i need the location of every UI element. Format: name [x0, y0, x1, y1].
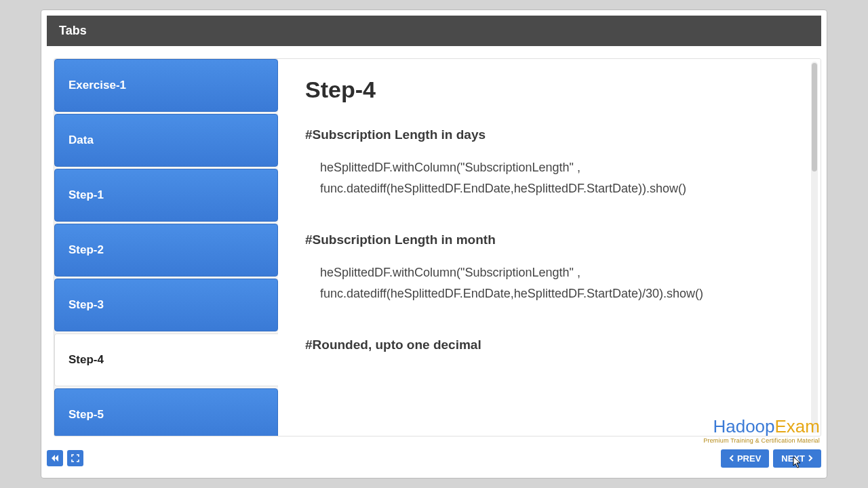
- prev-button[interactable]: PREV: [721, 449, 769, 468]
- brand-tagline: Premium Training & Certification Materia…: [703, 437, 820, 444]
- tab-exercise-1[interactable]: Exercise-1: [54, 59, 278, 112]
- section-label-1: #Subscription Length in days: [305, 127, 784, 142]
- tab-data[interactable]: Data: [54, 114, 278, 167]
- code-block-2: heSplittedDF.withColumn("SubscriptionLen…: [305, 262, 784, 304]
- rewind-button[interactable]: [47, 450, 63, 466]
- fullscreen-icon: [71, 454, 79, 462]
- viewport: Exercise-1 Data Step-1 Step-2 Step-3 Ste…: [41, 46, 827, 444]
- tab-list: Exercise-1 Data Step-1 Step-2 Step-3 Ste…: [54, 59, 278, 436]
- tab-step-2[interactable]: Step-2: [54, 224, 278, 277]
- next-button[interactable]: NEXT: [773, 449, 821, 468]
- prev-label: PREV: [737, 453, 761, 464]
- section-label-3: #Rounded, upto one decimal: [305, 338, 784, 352]
- content-pane: Step-4 #Subscription Length in days heSp…: [278, 59, 811, 436]
- next-label: NEXT: [781, 453, 805, 464]
- content-scrollbar[interactable]: [811, 62, 818, 433]
- chevron-right-icon: [808, 455, 813, 462]
- tab-step-1[interactable]: Step-1: [54, 169, 278, 222]
- content-heading: Step-4: [305, 77, 784, 103]
- header-title: Tabs: [47, 16, 821, 46]
- content-wrap: Step-4 #Subscription Length in days heSp…: [278, 59, 821, 436]
- scrollbar-thumb[interactable]: [812, 63, 817, 171]
- tab-step-5[interactable]: Step-5: [54, 388, 278, 436]
- tab-step-4[interactable]: Step-4: [54, 333, 278, 386]
- section-label-2: #Subscription Length in month: [305, 232, 784, 247]
- tabs-card: Exercise-1 Data Step-1 Step-2 Step-3 Ste…: [54, 58, 821, 436]
- footer: PREV NEXT: [41, 444, 827, 478]
- code-block-1: heSplittedDF.withColumn("SubscriptionLen…: [305, 157, 784, 199]
- chevron-left-icon: [729, 455, 734, 462]
- fullscreen-button[interactable]: [67, 450, 83, 466]
- tab-step-3[interactable]: Step-3: [54, 279, 278, 331]
- rewind-icon: [51, 454, 59, 462]
- app-window: Tabs Exercise-1 Data Step-1 Step-2 Step-…: [41, 9, 827, 479]
